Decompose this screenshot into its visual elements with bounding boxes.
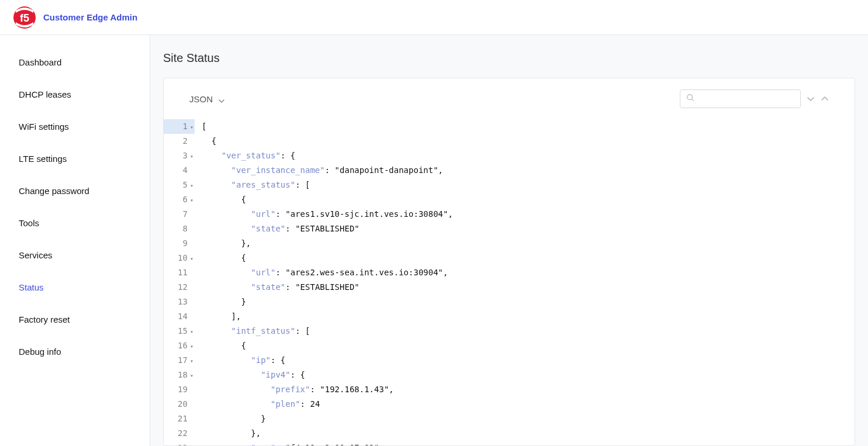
gutter-line: 10▾ [164,251,195,265]
code-line[interactable]: "state": "ESTABLISHED" [202,222,855,236]
fold-marker-icon[interactable]: ▾ [190,358,193,364]
fold-marker-icon[interactable]: ▾ [190,183,193,189]
search-icon [686,94,694,104]
code-line[interactable]: "prefix": "192.168.1.43", [202,382,855,397]
gutter-line: 3▾ [164,148,195,163]
svg-line-3 [692,99,694,101]
search-box[interactable] [680,89,801,108]
search-input[interactable] [699,94,801,103]
fold-marker-icon[interactable]: ▾ [190,198,193,203]
gutter-line: 21▾ [164,412,195,426]
gutter-line: 12▾ [164,280,195,295]
code-line[interactable]: }, [202,426,855,441]
gutter-line: 22▾ [164,426,195,441]
sidebar-item-services[interactable]: Services [0,244,150,266]
search-prev-icon[interactable] [821,95,829,103]
sidebar-item-dashboard[interactable]: Dashboard [0,51,150,73]
brand-name: Customer Edge Admin [43,12,137,22]
fold-marker-icon[interactable]: ▾ [190,373,193,379]
code-line[interactable]: } [202,412,855,426]
header: f5 Customer Edge Admin [0,0,868,35]
search-next-icon[interactable] [807,95,815,103]
code-line[interactable]: { [202,134,855,148]
main: Site Status JSON [150,35,868,446]
gutter-line: 20▾ [164,397,195,412]
card-toolbar: JSON [164,78,855,119]
fold-marker-icon[interactable]: ▾ [190,125,193,130]
gutter-line: 11▾ [164,265,195,280]
code-line[interactable]: "mac": "f4:19:e2:00:07:82", [202,441,855,445]
right-tools [680,89,829,108]
sidebar: Dashboard DHCP leases WiFi settings LTE … [0,35,150,446]
code-line[interactable]: [ [202,119,855,134]
code-line[interactable]: } [202,295,855,309]
json-editor[interactable]: 1▾2▾3▾4▾5▾6▾7▾8▾9▾10▾11▾12▾13▾14▾15▾16▾1… [164,119,855,445]
fold-marker-icon[interactable]: ▾ [190,256,193,262]
sidebar-item-factory-reset[interactable]: Factory reset [0,309,150,330]
code-line[interactable]: ], [202,309,855,324]
gutter-line: 13▾ [164,295,195,309]
code-line[interactable]: { [202,251,855,265]
layout: Dashboard DHCP leases WiFi settings LTE … [0,35,868,446]
code-line[interactable]: "url": "ares2.wes-sea.int.ves.io:30904", [202,265,855,280]
sidebar-item-wifi-settings[interactable]: WiFi settings [0,116,150,137]
editor-code[interactable]: [ { "ver_status": { "ver_instance_name":… [198,119,855,445]
fold-marker-icon[interactable]: ▾ [190,344,193,350]
code-line[interactable]: "ver_status": { [202,148,855,163]
gutter-line: 4▾ [164,163,195,178]
code-line[interactable]: "ares_status": [ [202,178,855,192]
format-dropdown[interactable]: JSON [189,94,224,104]
gutter-line: 7▾ [164,207,195,222]
gutter-line: 23▾ [164,441,195,445]
fold-marker-icon[interactable]: ▾ [190,154,193,160]
gutter-line: 16▾ [164,338,195,353]
code-line[interactable]: "ip": { [202,353,855,368]
f5-logo-icon: f5 [13,6,36,29]
code-line[interactable]: }, [202,236,855,251]
gutter-line: 19▾ [164,382,195,397]
gutter-line: 2▾ [164,134,195,148]
sidebar-item-lte-settings[interactable]: LTE settings [0,148,150,170]
fold-marker-icon[interactable]: ▾ [190,329,193,335]
status-card: JSON [163,78,855,446]
code-line[interactable]: "state": "ESTABLISHED" [202,280,855,295]
code-line[interactable]: "ver_instance_name": "danapoint-danapoin… [202,163,855,178]
gutter-line: 6▾ [164,192,195,207]
sidebar-item-tools[interactable]: Tools [0,212,150,234]
gutter-line: 17▾ [164,353,195,368]
page-title: Site Status [163,51,855,65]
sidebar-item-status[interactable]: Status [0,276,150,298]
gutter-line: 14▾ [164,309,195,324]
gutter-line: 15▾ [164,324,195,338]
format-dropdown-label: JSON [189,94,213,104]
gutter-line: 9▾ [164,236,195,251]
code-line[interactable]: { [202,192,855,207]
editor-gutter: 1▾2▾3▾4▾5▾6▾7▾8▾9▾10▾11▾12▾13▾14▾15▾16▾1… [164,119,198,445]
code-line[interactable]: "ipv4": { [202,368,855,382]
gutter-line: 8▾ [164,222,195,236]
code-line[interactable]: { [202,338,855,353]
chevron-down-icon [219,96,224,102]
gutter-line: 18▾ [164,368,195,382]
sidebar-item-debug-info[interactable]: Debug info [0,341,150,362]
code-line[interactable]: "plen": 24 [202,397,855,412]
sidebar-item-change-password[interactable]: Change password [0,180,150,202]
sidebar-item-dhcp-leases[interactable]: DHCP leases [0,84,150,105]
code-line[interactable]: "intf_status": [ [202,324,855,338]
code-line[interactable]: "url": "ares1.sv10-sjc.int.ves.io:30804"… [202,207,855,222]
svg-text:f5: f5 [20,12,29,24]
logo-wrap: f5 Customer Edge Admin [13,6,137,29]
gutter-line: 5▾ [164,178,195,192]
gutter-line: 1▾ [164,119,195,134]
